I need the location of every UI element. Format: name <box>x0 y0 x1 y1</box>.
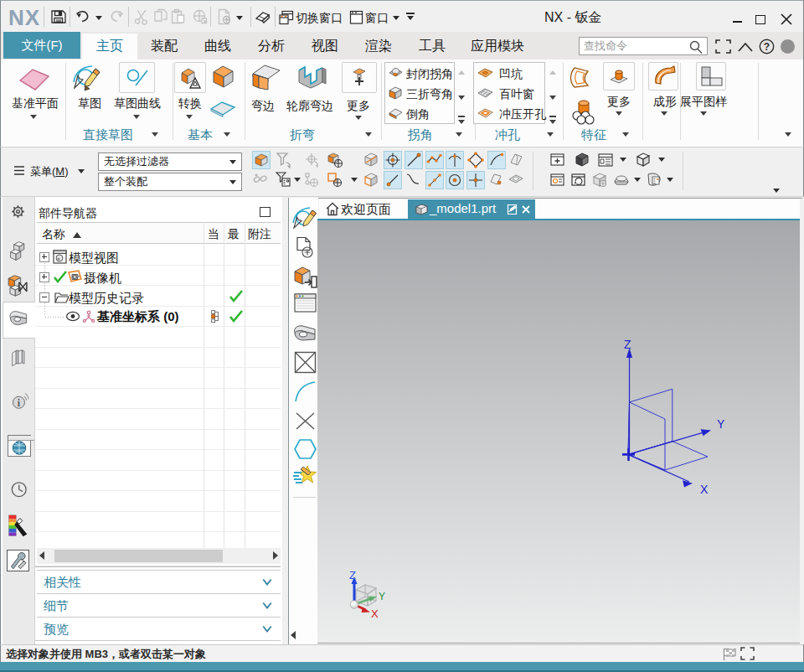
svg-text:X: X <box>700 483 709 496</box>
svg-text:Z: Z <box>624 338 631 351</box>
svg-text:Y: Y <box>379 591 385 602</box>
svg-text:Y: Y <box>717 417 725 431</box>
svg-text:Z: Z <box>349 569 356 582</box>
svg-text:X: X <box>371 607 379 620</box>
